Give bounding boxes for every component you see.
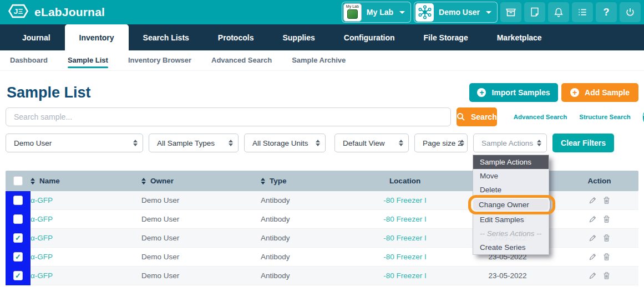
- menu-item-series-actions: -- Series Actions --: [473, 227, 549, 240]
- row-actions: [560, 234, 638, 242]
- sample-name-link[interactable]: α-GFP: [31, 215, 141, 223]
- view-filter-select[interactable]: Default View: [334, 134, 409, 152]
- sample-actions-select[interactable]: Sample Actions: [473, 134, 547, 152]
- help-button[interactable]: ?: [596, 2, 617, 22]
- sample-actions-menu: Sample Actions MoveDeleteChange OwnerEdi…: [473, 155, 549, 255]
- nav-tab-marketplace[interactable]: Marketplace: [483, 24, 556, 50]
- search-input[interactable]: [6, 107, 451, 126]
- import-samples-button[interactable]: + Import Samples: [469, 83, 558, 102]
- row-checkbox[interactable]: ✓: [13, 252, 23, 262]
- edit-pencil-icon[interactable]: [589, 271, 597, 280]
- sort-icon[interactable]: [261, 178, 265, 184]
- row-checkbox[interactable]: ✓: [13, 233, 23, 243]
- main-nav: JournalInventorySearch ListsProtocolsSup…: [0, 24, 644, 50]
- menu-item-delete[interactable]: Delete: [473, 183, 549, 197]
- table-row: ✓α-GFPDemo UserAntibody-80 Freezer I23-0…: [6, 266, 638, 285]
- structure-search-link[interactable]: Structure Search: [579, 114, 631, 120]
- user-selector-label: Demo User: [439, 8, 480, 17]
- lab-thumbnail: My Lab: [343, 3, 362, 22]
- nav-tab-inventory[interactable]: Inventory: [65, 24, 129, 50]
- row-checkbox[interactable]: ✓: [13, 271, 23, 280]
- menu-item-change-owner[interactable]: Change Owner: [472, 198, 550, 212]
- sample-location-link[interactable]: -80 Freezer I: [355, 253, 455, 261]
- sample-owner: Demo User: [141, 196, 261, 204]
- sample-name-link[interactable]: α-GFP: [31, 196, 141, 204]
- storage-box-button[interactable]: [500, 2, 521, 22]
- row-actions: [560, 271, 638, 280]
- note-icon: [529, 7, 540, 18]
- notifications-button[interactable]: [548, 2, 569, 22]
- row-checkbox[interactable]: [13, 196, 23, 205]
- sort-icon[interactable]: [141, 178, 146, 184]
- notes-button[interactable]: [524, 2, 545, 22]
- actions-menu-items: MoveDeleteChange OwnerEdit Samples-- Ser…: [473, 169, 549, 254]
- subnav-item-advanced-search[interactable]: Advanced Search: [211, 53, 272, 68]
- menu-item-move[interactable]: Move: [473, 169, 549, 183]
- menu-item-edit-samples[interactable]: Edit Samples: [473, 213, 549, 227]
- power-icon: [625, 7, 636, 18]
- sample-name-link[interactable]: α-GFP: [31, 271, 141, 280]
- sample-location-link[interactable]: -80 Freezer I: [355, 234, 455, 242]
- sample-owner: Demo User: [141, 271, 261, 280]
- sample-owner: Demo User: [141, 234, 261, 242]
- subnav-item-dashboard[interactable]: Dashboard: [10, 53, 48, 68]
- svg-text:JΞ: JΞ: [14, 7, 23, 16]
- owner-filter-select[interactable]: Demo User: [6, 134, 143, 152]
- select-arrows-icon: [537, 140, 541, 146]
- nav-tab-file-storage[interactable]: File Storage: [409, 24, 483, 50]
- edit-pencil-icon[interactable]: [589, 215, 597, 223]
- subnav-item-sample-archive[interactable]: Sample Archive: [292, 53, 346, 68]
- sample-location-link[interactable]: -80 Freezer I: [355, 196, 455, 204]
- sample-types-filter-select[interactable]: All Sample Types: [149, 134, 239, 152]
- sample-type: Antibody: [261, 234, 355, 242]
- clear-filters-button[interactable]: Clear Filters: [552, 134, 614, 152]
- advanced-search-link[interactable]: Advanced Search: [514, 114, 567, 120]
- logout-button[interactable]: [620, 2, 641, 22]
- subnav-item-inventory-browser[interactable]: Inventory Browser: [128, 53, 191, 68]
- delete-trash-icon[interactable]: [602, 234, 611, 242]
- search-button[interactable]: Search: [457, 107, 497, 126]
- subnav-item-sample-list[interactable]: Sample List: [68, 53, 108, 68]
- edit-pencil-icon[interactable]: [589, 196, 597, 204]
- user-avatar: [415, 3, 434, 22]
- column-header-name[interactable]: Name: [39, 177, 60, 185]
- sort-icon[interactable]: [31, 178, 35, 184]
- sample-location-link[interactable]: -80 Freezer I: [355, 215, 455, 223]
- edit-pencil-icon[interactable]: [589, 234, 597, 242]
- sub-nav: DashboardSample ListInventory BrowserAdv…: [0, 50, 644, 71]
- sample-name-link[interactable]: α-GFP: [31, 253, 141, 261]
- sample-location-link[interactable]: -80 Freezer I: [355, 271, 455, 280]
- delete-trash-icon[interactable]: [602, 196, 611, 204]
- nav-tab-journal[interactable]: Journal: [8, 24, 65, 50]
- row-select-cell: [6, 210, 31, 229]
- delete-trash-icon[interactable]: [602, 271, 611, 280]
- row-checkbox[interactable]: [13, 214, 23, 224]
- lab-selector[interactable]: My Lab My Lab: [342, 2, 411, 23]
- column-header-location[interactable]: Location: [389, 177, 420, 185]
- select-all-checkbox[interactable]: [13, 176, 23, 186]
- column-header-type[interactable]: Type: [270, 177, 287, 185]
- add-sample-button[interactable]: + Add Sample: [561, 83, 638, 102]
- nav-tab-search-lists[interactable]: Search Lists: [129, 24, 204, 50]
- page-size-select[interactable]: Page size 2: [414, 134, 468, 152]
- delete-trash-icon[interactable]: [602, 253, 611, 261]
- actions-menu-header: Sample Actions: [473, 155, 549, 169]
- nav-tab-configuration[interactable]: Configuration: [329, 24, 409, 50]
- tasks-button[interactable]: [572, 2, 593, 22]
- storage-units-filter-select[interactable]: All Storage Units: [244, 134, 326, 152]
- lab-selector-label: My Lab: [367, 8, 393, 17]
- column-header-owner[interactable]: Owner: [150, 177, 174, 185]
- storage-box-icon: [505, 6, 517, 18]
- delete-trash-icon[interactable]: [602, 215, 611, 223]
- user-selector[interactable]: Demo User: [414, 2, 498, 23]
- sample-type: Antibody: [261, 215, 355, 223]
- menu-item-create-series[interactable]: Create Series: [473, 240, 549, 254]
- nav-tab-protocols[interactable]: Protocols: [204, 24, 268, 50]
- edit-pencil-icon[interactable]: [589, 253, 597, 261]
- sample-name-link[interactable]: α-GFP: [31, 234, 141, 242]
- nav-tab-supplies[interactable]: Supplies: [268, 24, 329, 50]
- row-actions: [560, 215, 638, 223]
- brand: JΞ eLabJournal: [7, 3, 105, 21]
- row-actions: [560, 253, 638, 261]
- search-icon: [457, 112, 465, 121]
